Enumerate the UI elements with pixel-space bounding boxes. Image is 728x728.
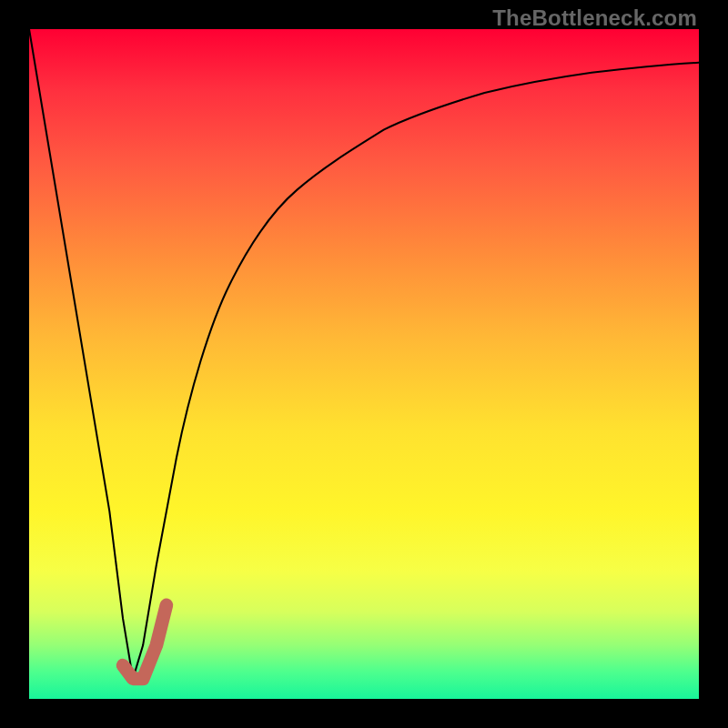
highlight-segment <box>123 605 167 679</box>
watermark-text: TheBottleneck.com <box>492 5 697 31</box>
chart-frame: TheBottleneck.com <box>0 0 728 728</box>
plot-area <box>29 29 699 699</box>
curve-layer <box>29 29 699 699</box>
bottleneck-curve <box>29 29 699 679</box>
